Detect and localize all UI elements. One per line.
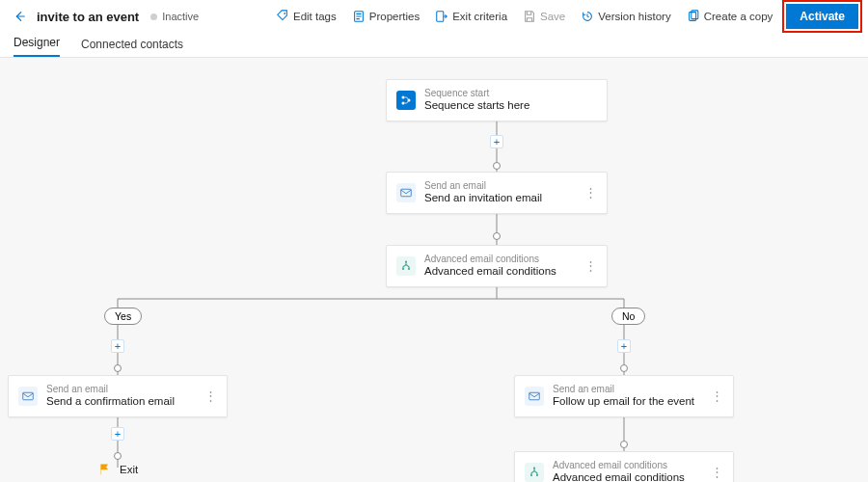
node-advanced-conditions[interactable]: Advanced email conditions Advanced email… [386, 245, 608, 287]
node-title: Sequence starts here [424, 99, 529, 113]
svg-point-0 [284, 13, 285, 14]
node-sequence-start[interactable]: Sequence start Sequence starts here [386, 79, 608, 121]
tag-icon [276, 10, 289, 23]
tab-designer[interactable]: Designer [14, 36, 60, 57]
node-type-label: Send an email [46, 384, 175, 395]
activate-highlight: Activate [782, 0, 862, 33]
toolbar: Edit tags Properties Exit criteria Save … [270, 0, 862, 33]
start-icon [396, 91, 416, 110]
connector-joint [620, 364, 628, 372]
node-title: Advanced email conditions [424, 265, 556, 279]
version-history-label: Version history [598, 11, 670, 22]
save-button: Save [517, 6, 571, 27]
copy-icon [687, 10, 700, 23]
connector-joint [493, 162, 501, 170]
header-bar: invite to an event Inactive Edit tags Pr… [0, 0, 868, 33]
svg-point-14 [402, 101, 405, 104]
arrow-left-icon [13, 10, 26, 23]
back-button[interactable] [6, 3, 33, 30]
properties-icon [352, 10, 366, 23]
exit-label: Exit [120, 464, 138, 475]
email-icon [396, 183, 416, 202]
edit-tags-label: Edit tags [293, 11, 337, 22]
create-copy-button[interactable]: Create a copy [681, 6, 779, 27]
page-title: invite to an event [37, 10, 139, 24]
svg-point-19 [408, 268, 410, 270]
version-history-button[interactable]: Version history [575, 6, 676, 27]
save-label: Save [540, 11, 565, 22]
node-menu-button[interactable]: ⋮ [195, 388, 217, 403]
connector-joint [493, 232, 501, 240]
tab-list: Designer Connected contacts [0, 33, 868, 58]
node-title: Send an invitation email [424, 192, 542, 205]
svg-point-22 [533, 467, 535, 469]
node-title: Follow up email for the event [553, 395, 694, 409]
node-menu-button[interactable]: ⋮ [701, 388, 723, 403]
branch-no-label: No [611, 308, 645, 325]
add-step-button-yes[interactable]: + [111, 339, 124, 353]
connector-joint [114, 364, 122, 372]
svg-point-24 [536, 474, 538, 476]
node-menu-button[interactable]: ⋮ [575, 185, 597, 200]
svg-rect-2 [437, 12, 444, 22]
svg-point-17 [405, 260, 407, 262]
node-type-label: Send an email [424, 180, 542, 192]
email-icon [525, 387, 544, 406]
node-send-confirmation-email[interactable]: Send an email Send a confirmation email … [8, 375, 228, 417]
branch-yes-label: Yes [104, 308, 142, 325]
node-type-label: Advanced email conditions [424, 254, 556, 265]
properties-label: Properties [369, 11, 420, 22]
exit-criteria-icon [435, 10, 448, 23]
properties-button[interactable]: Properties [346, 6, 425, 27]
svg-rect-20 [23, 392, 34, 400]
node-send-email-invitation[interactable]: Send an email Send an invitation email ⋮ [386, 172, 608, 214]
exit-criteria-button[interactable]: Exit criteria [429, 6, 513, 27]
status-text: Inactive [162, 11, 199, 22]
tab-connected-contacts[interactable]: Connected contacts [81, 38, 183, 57]
node-type-label: Advanced email conditions [553, 460, 685, 471]
node-exit[interactable]: Exit [98, 463, 138, 476]
branch-icon [525, 463, 544, 482]
branch-icon [396, 256, 416, 276]
node-type-label: Send an email [553, 384, 694, 395]
node-title: Advanced email conditions [553, 471, 685, 482]
activate-button[interactable]: Activate [786, 4, 858, 29]
designer-canvas[interactable]: Sequence start Sequence starts here + Se… [0, 58, 868, 482]
add-step-button[interactable]: + [490, 135, 503, 148]
node-followup-email[interactable]: Send an email Follow up email for the ev… [514, 375, 734, 417]
svg-point-13 [402, 95, 405, 98]
connector-joint [114, 452, 122, 460]
email-icon [18, 387, 38, 406]
save-icon [523, 10, 536, 23]
svg-rect-16 [401, 189, 412, 197]
svg-point-18 [402, 268, 404, 270]
node-menu-button[interactable]: ⋮ [701, 465, 723, 479]
flag-icon [98, 463, 112, 476]
svg-rect-21 [529, 392, 540, 400]
add-step-button-no[interactable]: + [617, 339, 631, 353]
create-copy-label: Create a copy [704, 11, 773, 22]
add-step-button-yes-2[interactable]: + [111, 427, 124, 441]
history-icon [581, 10, 594, 23]
edit-tags-button[interactable]: Edit tags [270, 6, 342, 27]
node-type-label: Sequence start [424, 88, 529, 99]
node-title: Send a confirmation email [46, 395, 175, 409]
svg-point-23 [530, 474, 532, 476]
node-advanced-conditions-2[interactable]: Advanced email conditions Advanced email… [514, 451, 734, 482]
status-indicator-dot [150, 13, 157, 20]
exit-criteria-label: Exit criteria [452, 11, 507, 22]
connector-joint [620, 441, 628, 448]
node-menu-button[interactable]: ⋮ [575, 258, 597, 273]
